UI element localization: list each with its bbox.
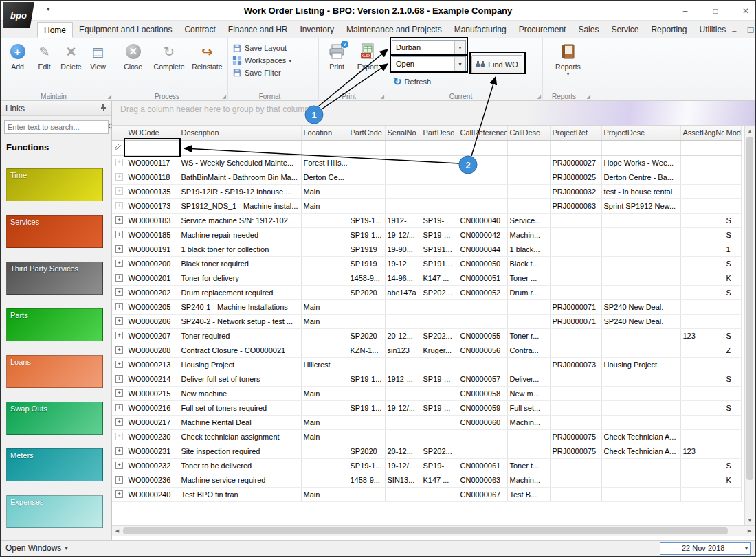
- vscroll-thumb[interactable]: [746, 137, 753, 480]
- table-row[interactable]: +WO0000214Deliver full set of tonersSP19…: [112, 372, 741, 386]
- expand-plus-icon[interactable]: +: [115, 173, 123, 181]
- expand-plus-icon[interactable]: +: [115, 274, 123, 282]
- expand-plus-icon[interactable]: +: [115, 462, 123, 469]
- vertical-scrollbar[interactable]: ▲ ▼: [744, 126, 755, 525]
- table-row[interactable]: +WO0000207Toner requiredSP202020-12...SP…: [112, 328, 741, 343]
- column-header-callreference[interactable]: CallReference: [458, 126, 507, 140]
- add-button[interactable]: + Add: [4, 41, 31, 83]
- expand-plus-icon[interactable]: +: [115, 490, 123, 498]
- group-expand-icon[interactable]: ◢: [537, 94, 541, 100]
- function-tile-parts[interactable]: Parts: [6, 308, 103, 341]
- function-tile-expenses[interactable]: Expenses: [6, 495, 103, 528]
- refresh-button[interactable]: ↻ Refresh: [393, 76, 431, 87]
- table-row[interactable]: +WO0000216Full set of toners requiredSP1…: [112, 400, 741, 415]
- table-row[interactable]: +WO0000215New machineMainCN0000058New m.…: [112, 386, 741, 400]
- filter-cell-callreference[interactable]: [458, 140, 507, 155]
- scroll-left-icon[interactable]: ◀: [112, 526, 122, 536]
- tab-procurement[interactable]: Procurement: [513, 22, 572, 38]
- expand-plus-icon[interactable]: +: [115, 288, 123, 296]
- table-row[interactable]: +WO0000202Drum replacement requiredSP202…: [112, 285, 741, 299]
- close-wo-button[interactable]: ✕ Close: [116, 41, 150, 83]
- expand-plus-icon[interactable]: +: [115, 245, 123, 253]
- function-tile-swap-outs[interactable]: Swap Outs: [6, 402, 103, 435]
- close-button[interactable]: ✕: [741, 6, 751, 16]
- filter-cell-wocode[interactable]: [126, 140, 179, 155]
- expand-plus-icon[interactable]: +: [115, 447, 123, 455]
- tab-service[interactable]: Service: [605, 22, 645, 38]
- group-expand-icon[interactable]: ◢: [108, 94, 111, 100]
- tab-finance-and-hr[interactable]: Finance and HR: [222, 22, 294, 38]
- table-row[interactable]: +WO0000240Test BPO fin tranMainCN0000067…: [112, 487, 741, 501]
- column-header-projectdesc[interactable]: ProjectDesc: [601, 126, 680, 140]
- group-expand-icon[interactable]: ◢: [587, 94, 590, 100]
- export-button[interactable]: XLSX Export: [352, 41, 383, 83]
- table-row[interactable]: +WO0000205SP240-1 - Machine Installation…: [112, 299, 741, 314]
- expand-plus-icon[interactable]: +: [115, 404, 123, 411]
- table-row[interactable]: +WO0000232Toner to be deliveredSP19-1...…: [112, 458, 741, 473]
- table-row[interactable]: +WO0000217Machine Rental DealMainCN00000…: [112, 415, 741, 429]
- save-filter-button[interactable]: Save Filter: [232, 68, 314, 78]
- save-layout-button[interactable]: Save Layout: [232, 43, 314, 53]
- column-header-assetregno[interactable]: AssetRegNo: [680, 126, 724, 140]
- filter-cell-partcode[interactable]: [348, 140, 385, 155]
- tab-inventory[interactable]: Inventory: [294, 22, 340, 38]
- scroll-right-icon[interactable]: ▶: [744, 526, 755, 536]
- filter-cell-projectdesc[interactable]: [601, 140, 680, 155]
- print-button[interactable]: ? Print: [322, 41, 352, 83]
- delete-button[interactable]: ✕ Delete: [58, 41, 85, 83]
- find-wo-button[interactable]: Find WO: [471, 55, 522, 73]
- table-row[interactable]: +WO0000173SP1912_NDS_1 - Machine instal.…: [112, 198, 741, 213]
- expand-plus-icon[interactable]: +: [115, 418, 123, 426]
- table-row[interactable]: +WO0000185Machine repair neededSP19-1...…: [112, 227, 741, 242]
- table-row[interactable]: +WO0000213Housing ProjectHillcrestPRJ000…: [112, 357, 741, 372]
- tab-manufacturing[interactable]: Manufacturing: [448, 22, 513, 38]
- tab-reporting[interactable]: Reporting: [645, 22, 693, 38]
- table-row[interactable]: +WO0000201Toner for delivery1458-9...14-…: [112, 271, 741, 285]
- filter-cell-projectref[interactable]: [550, 140, 601, 155]
- expand-plus-icon[interactable]: +: [115, 216, 123, 224]
- filter-cell-description[interactable]: [179, 140, 301, 155]
- table-row[interactable]: +WO0000230Check technician assignmentMai…: [112, 429, 741, 444]
- child-restore-button[interactable]: ❐: [747, 26, 754, 35]
- tab-equipment-and-locations[interactable]: Equipment and Locations: [73, 22, 178, 38]
- complete-button[interactable]: ↻ Complete: [150, 41, 188, 83]
- group-by-panel[interactable]: Drag a column header here to group by th…: [112, 101, 755, 126]
- expand-plus-icon[interactable]: +: [115, 159, 123, 166]
- edit-button[interactable]: ✎ Edit: [31, 41, 58, 83]
- open-windows-button[interactable]: Open Windows: [5, 543, 61, 553]
- column-header-calldesc[interactable]: CallDesc: [507, 126, 550, 140]
- pin-icon[interactable]: [100, 104, 107, 113]
- column-header-model[interactable]: Model: [724, 126, 741, 140]
- minimize-button[interactable]: –: [680, 6, 690, 16]
- expand-plus-icon[interactable]: +: [115, 375, 123, 383]
- filter-cell-calldesc[interactable]: [507, 140, 550, 155]
- tab-utilities[interactable]: Utilities: [693, 22, 732, 38]
- function-tile-meters[interactable]: Meters: [6, 448, 103, 481]
- scroll-up-icon[interactable]: ▲: [745, 126, 755, 136]
- expand-plus-icon[interactable]: +: [115, 476, 123, 484]
- column-header-location[interactable]: Location: [301, 126, 348, 140]
- group-expand-icon[interactable]: ◢: [223, 94, 226, 100]
- table-row[interactable]: +WO0000200Black toner requiredSP191919-1…: [112, 256, 741, 271]
- table-row[interactable]: +WO00001911 black toner for collectionSP…: [112, 242, 741, 256]
- function-tile-third-party-services[interactable]: Third Party Services: [6, 262, 103, 295]
- maximize-button[interactable]: □: [711, 6, 720, 16]
- expand-plus-icon[interactable]: +: [115, 317, 123, 325]
- expand-plus-icon[interactable]: +: [115, 260, 123, 267]
- filter-cell-model[interactable]: [724, 140, 741, 155]
- expand-plus-icon[interactable]: +: [115, 187, 123, 195]
- chevron-down-icon[interactable]: ▾: [65, 545, 67, 552]
- date-picker[interactable]: 22 Nov 2018 ▾: [660, 542, 751, 555]
- scroll-down-icon[interactable]: ▼: [745, 515, 755, 525]
- expand-plus-icon[interactable]: +: [115, 303, 123, 310]
- expand-plus-icon[interactable]: +: [115, 433, 123, 440]
- column-header-wocode[interactable]: WOCode: [126, 126, 179, 140]
- filter-cell-partdesc[interactable]: [421, 140, 458, 155]
- workspaces-button[interactable]: Workspaces ▾: [232, 56, 314, 65]
- column-header-projectref[interactable]: ProjectRef: [550, 126, 601, 140]
- filter-cell-location[interactable]: [301, 140, 348, 155]
- view-button[interactable]: ▤ View: [85, 41, 111, 83]
- chevron-down-icon[interactable]: ▾: [454, 57, 465, 71]
- expand-plus-icon[interactable]: +: [115, 361, 123, 368]
- chevron-down-icon[interactable]: ▾: [454, 41, 465, 54]
